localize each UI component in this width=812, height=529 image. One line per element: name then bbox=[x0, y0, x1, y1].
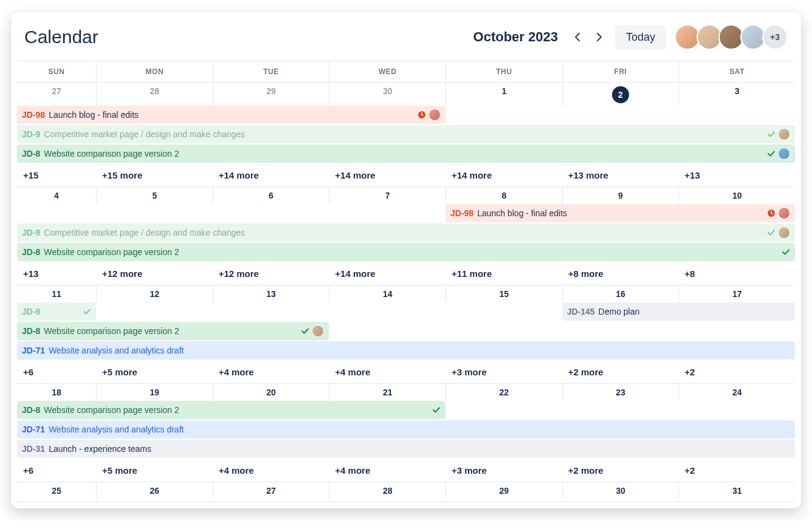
check-icon bbox=[767, 228, 776, 237]
show-more-link[interactable]: +3 more bbox=[446, 363, 562, 383]
day-cell[interactable]: 16 bbox=[562, 285, 679, 302]
show-more-link[interactable]: +14 more bbox=[329, 265, 446, 285]
day-cell[interactable]: 14 bbox=[329, 285, 446, 302]
day-cell[interactable]: 10 bbox=[678, 187, 795, 204]
show-more-link[interactable]: +11 more bbox=[446, 265, 562, 285]
issue-key: JD-8 bbox=[22, 149, 40, 159]
day-cell[interactable]: 5 bbox=[96, 187, 213, 204]
calendar-event[interactable]: JD-31 Launch - experience teams bbox=[17, 440, 795, 458]
check-icon bbox=[782, 248, 790, 256]
day-cell[interactable]: 29 bbox=[213, 83, 329, 106]
show-more-link[interactable]: +4 more bbox=[329, 363, 446, 383]
prev-month-button[interactable] bbox=[566, 26, 588, 48]
day-cell[interactable]: 12 bbox=[96, 285, 213, 302]
day-cell[interactable]: 20 bbox=[213, 384, 329, 401]
event-title: Launch - experience teams bbox=[49, 444, 151, 454]
day-cell[interactable]: 11 bbox=[17, 285, 96, 302]
day-cell[interactable]: 26 bbox=[96, 482, 213, 499]
day-cell[interactable]: 15 bbox=[446, 285, 562, 302]
day-cell[interactable]: 19 bbox=[96, 384, 213, 401]
day-cell[interactable]: 28 bbox=[96, 83, 213, 106]
day-cell[interactable]: 28 bbox=[329, 482, 446, 499]
day-cell[interactable]: 1 bbox=[446, 83, 562, 106]
calendar-event[interactable]: JD-9 Competitive market page / design an… bbox=[17, 125, 795, 143]
calendar-event[interactable]: JD-8 Website comparison page version 2 bbox=[17, 243, 795, 261]
event-title: Website comparison page version 2 bbox=[44, 149, 179, 159]
event-title: Website analysis and analytics draft bbox=[49, 425, 184, 434]
day-cell[interactable]: 9 bbox=[562, 187, 679, 204]
event-title: Demo plan bbox=[599, 307, 640, 316]
show-more-link[interactable]: +6 bbox=[17, 363, 96, 383]
day-header: SAT bbox=[678, 61, 795, 82]
day-cell[interactable]: 30 bbox=[562, 482, 679, 499]
issue-key: JD-71 bbox=[22, 346, 45, 355]
day-cell[interactable]: 2 bbox=[562, 83, 679, 106]
calendar-event[interactable]: JD-8 Website comparison page version 2 bbox=[17, 145, 795, 163]
show-more-link[interactable]: +2 bbox=[678, 462, 795, 482]
show-more-link[interactable]: +2 more bbox=[562, 462, 679, 482]
show-more-link[interactable]: +15 bbox=[17, 166, 96, 186]
show-more-link[interactable]: +3 more bbox=[446, 462, 562, 482]
day-cell[interactable]: 27 bbox=[17, 83, 96, 106]
show-more-link[interactable]: +5 more bbox=[96, 363, 213, 383]
calendar-event[interactable]: JD-8 Website comparison page version 2 bbox=[17, 322, 329, 340]
show-more-link[interactable]: +2 more bbox=[562, 363, 679, 383]
calendar-event[interactable]: JD-71 Website analysis and analytics dra… bbox=[17, 420, 795, 439]
overdue-icon bbox=[418, 111, 426, 119]
calendar-event[interactable]: JD-98 Launch blog - final edits bbox=[446, 204, 795, 222]
show-more-link[interactable]: +12 more bbox=[213, 265, 329, 285]
day-header: SUN bbox=[17, 61, 96, 82]
event-title: Website comparison page version 2 bbox=[44, 405, 179, 415]
day-cell[interactable]: 8 bbox=[446, 187, 562, 204]
page-title: Calendar bbox=[24, 27, 98, 47]
day-cell[interactable]: 17 bbox=[678, 285, 795, 302]
show-more-link[interactable]: +14 more bbox=[213, 166, 329, 186]
day-cell[interactable]: 24 bbox=[678, 384, 795, 401]
day-cell[interactable]: 13 bbox=[213, 285, 329, 302]
event-title: Website analysis and analytics draft bbox=[49, 346, 184, 355]
day-cell[interactable]: 29 bbox=[446, 482, 562, 499]
day-cell[interactable]: 6 bbox=[213, 187, 329, 204]
event-title: Website comparison page version 2 bbox=[44, 247, 179, 257]
show-more-link[interactable]: +13 bbox=[17, 265, 96, 285]
show-more-link[interactable]: +13 more bbox=[562, 166, 679, 186]
day-header: TUE bbox=[213, 61, 329, 82]
day-cell[interactable]: 21 bbox=[329, 384, 446, 401]
day-cell[interactable]: 18 bbox=[17, 384, 96, 401]
show-more-link[interactable]: +8 more bbox=[562, 265, 679, 285]
day-cell[interactable]: 31 bbox=[678, 482, 795, 499]
day-cell[interactable]: 25 bbox=[17, 482, 96, 499]
show-more-link[interactable]: +4 more bbox=[213, 462, 329, 482]
show-more-link[interactable]: +13 bbox=[678, 166, 795, 186]
next-month-button[interactable] bbox=[588, 26, 610, 48]
day-cell[interactable]: 30 bbox=[329, 83, 446, 106]
calendar-event[interactable]: JD-145 Demo plan bbox=[562, 302, 795, 321]
calendar-event[interactable]: JD-8 Website comparison page version 2 bbox=[17, 401, 446, 419]
calendar-event[interactable]: JD-98 Launch blog - final edits bbox=[17, 106, 446, 124]
calendar-event[interactable]: JD-9 bbox=[17, 302, 96, 321]
day-cell[interactable]: 22 bbox=[446, 384, 562, 401]
show-more-link[interactable]: +4 more bbox=[329, 462, 446, 482]
issue-key: JD-8 bbox=[22, 326, 40, 336]
show-more-link[interactable]: +8 bbox=[678, 265, 795, 285]
calendar-event[interactable]: JD-71 Website analysis and analytics dra… bbox=[17, 341, 795, 360]
issue-key: JD-9 bbox=[22, 307, 40, 316]
assignee-avatar bbox=[428, 109, 441, 121]
day-cell[interactable]: 3 bbox=[678, 83, 795, 106]
event-title: Launch blog - final edits bbox=[49, 110, 139, 120]
day-cell[interactable]: 7 bbox=[329, 187, 446, 204]
show-more-link[interactable]: +4 more bbox=[213, 363, 329, 383]
avatar-overflow[interactable]: +3 bbox=[762, 24, 788, 50]
show-more-link[interactable]: +6 bbox=[17, 462, 96, 482]
day-cell[interactable]: 4 bbox=[17, 187, 96, 204]
show-more-link[interactable]: +2 bbox=[678, 363, 795, 383]
day-cell[interactable]: 27 bbox=[213, 482, 329, 499]
show-more-link[interactable]: +15 more bbox=[96, 166, 213, 186]
day-cell[interactable]: 23 bbox=[562, 384, 679, 401]
show-more-link[interactable]: +5 more bbox=[96, 462, 213, 482]
calendar-event[interactable]: JD-9 Competitive market page / design an… bbox=[17, 224, 795, 242]
show-more-link[interactable]: +14 more bbox=[446, 166, 562, 186]
show-more-link[interactable]: +12 more bbox=[96, 265, 213, 285]
today-button[interactable]: Today bbox=[615, 25, 666, 50]
show-more-link[interactable]: +14 more bbox=[329, 166, 446, 186]
